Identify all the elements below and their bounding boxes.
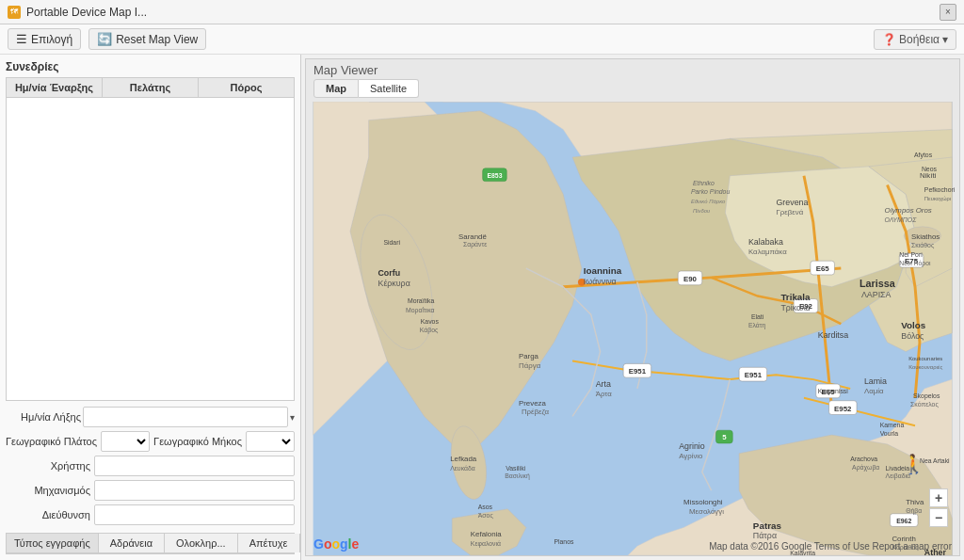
date-end-row: Ημ/νία Λήξης ▾	[6, 407, 295, 427]
sessions-title: Συνεδρίες	[6, 60, 295, 73]
svg-text:Agrinio: Agrinio	[679, 441, 705, 451]
svg-text:Afytos: Afytos	[914, 152, 933, 159]
map-viewer-title: Map Viewer	[306, 59, 959, 79]
svg-text:Ioannina: Ioannina	[584, 265, 622, 276]
svg-text:Trikala: Trikala	[780, 292, 811, 302]
mechanism-input[interactable]	[94, 480, 295, 501]
svg-text:Βασιλική: Βασιλική	[505, 472, 530, 480]
geo-lon-select[interactable]	[246, 431, 295, 452]
map-button[interactable]: Map	[313, 79, 359, 98]
help-icon: ❓	[882, 33, 896, 46]
svg-text:E951: E951	[629, 367, 647, 376]
table-header: Ημ/νία Έναρξης Πελάτης Πόρος	[7, 78, 294, 98]
date-dropdown-icon[interactable]: ▾	[290, 412, 295, 423]
svg-text:E65: E65	[816, 264, 830, 273]
zoom-controls: + −	[929, 488, 948, 527]
svg-text:Parga: Parga	[519, 352, 539, 360]
table-body	[7, 98, 294, 395]
svg-text:Εθνικό Πάρκο: Εθνικό Πάρκο	[691, 199, 726, 204]
map-footer: Google	[313, 536, 359, 552]
date-end-label: Ημ/νία Λήξης	[6, 411, 81, 423]
tab-failed[interactable]: Απέτυχε	[238, 534, 300, 552]
type-label: Τύπος εγγραφής	[7, 534, 99, 552]
svg-text:Nikíti: Nikíti	[920, 171, 937, 180]
svg-text:Karditsa: Karditsa	[818, 330, 849, 340]
user-label: Χρήστης	[6, 460, 90, 472]
main-content: Συνεδρίες Ημ/νία Έναρξης Πελάτης Πόρος Η…	[0, 55, 964, 560]
pegman-icon[interactable]: 🚶	[902, 453, 925, 475]
svg-text:Sarandë: Sarandë	[458, 232, 487, 241]
date-end-input[interactable]	[83, 407, 288, 427]
svg-text:E962: E962	[896, 518, 911, 524]
svg-text:Ιωάννινα: Ιωάννινα	[584, 277, 617, 286]
svg-text:Koukounaries: Koukounaries	[908, 356, 942, 361]
help-button[interactable]: ❓ Βοήθεια ▾	[874, 29, 956, 50]
svg-text:Πευκοχώρι: Πευκοχώρι	[924, 196, 952, 201]
svg-text:Nei Pori: Nei Pori	[899, 251, 923, 258]
svg-text:Αράχωβα: Αράχωβα	[852, 464, 879, 472]
map-svg: E90 E65 E75 E92 E951 E951 E952	[306, 102, 959, 555]
svg-text:Λευκάδα: Λευκάδα	[450, 465, 475, 472]
svg-text:Κέρκυρα: Κέρκυρα	[378, 279, 410, 288]
svg-text:E90: E90	[683, 275, 698, 283]
svg-text:Missolonghi: Missolonghi	[683, 498, 723, 506]
satellite-button[interactable]: Satellite	[359, 79, 419, 98]
svg-text:Kavos: Kavos	[421, 318, 440, 325]
svg-text:Kalabaka: Kalabaka	[748, 237, 783, 247]
svg-text:Γρεβενά: Γρεβενά	[776, 208, 803, 216]
svg-text:Τρίκαλα: Τρίκαλα	[780, 303, 810, 312]
svg-text:5: 5	[722, 433, 727, 441]
svg-text:Skopelos: Skopelos	[913, 392, 940, 400]
svg-text:Μεσολόγγι: Μεσολόγγι	[689, 507, 724, 516]
svg-text:Πρέβεζα: Πρέβεζα	[522, 408, 550, 416]
select-button[interactable]: ☰ Επιλογή	[8, 28, 81, 50]
svg-text:Lefkada: Lefkada	[450, 455, 477, 463]
svg-text:Λαμία: Λαμία	[864, 387, 884, 395]
svg-text:Lamia: Lamia	[864, 376, 887, 386]
svg-text:Skiathos: Skiathos	[911, 232, 940, 241]
close-button[interactable]: ×	[940, 4, 956, 21]
title-bar-text: 🗺 Portable Device Map I...	[8, 6, 940, 19]
svg-text:Ethniko: Ethniko	[693, 180, 715, 186]
address-input[interactable]	[94, 504, 295, 525]
toolbar-right: ❓ Βοήθεια ▾	[874, 29, 956, 50]
tab-inactive[interactable]: Αδράνεια	[99, 534, 165, 552]
toolbar-left: ☰ Επιλογή 🔄 Reset Map View	[8, 28, 206, 50]
user-row: Χρήστης	[6, 456, 295, 476]
address-row: Διεύθυνση	[6, 504, 295, 525]
svg-text:Grevena: Grevena	[776, 198, 808, 207]
svg-text:Olympos Oros: Olympos Oros	[885, 206, 932, 215]
svg-text:Parko Pindou: Parko Pindou	[691, 188, 730, 195]
svg-text:Κουκουναριές: Κουκουναριές	[908, 364, 942, 370]
left-panel: Συνεδρίες Ημ/νία Έναρξης Πελάτης Πόρος Η…	[0, 55, 301, 560]
svg-text:Κεφαλονιά: Κεφαλονιά	[471, 540, 501, 548]
svg-text:Σκιάθος: Σκιάθος	[911, 242, 935, 249]
svg-text:E952: E952	[834, 405, 852, 413]
title-bar: 🗺 Portable Device Map I... ×	[0, 0, 964, 24]
geo-lon-label: Γεωγραφικό Μήκος	[153, 436, 242, 447]
svg-text:Vourla: Vourla	[880, 430, 899, 437]
help-dropdown-icon: ▾	[942, 33, 948, 46]
svg-text:Καλαμπάκα: Καλαμπάκα	[748, 248, 787, 256]
svg-text:Θήβα: Θήβα	[906, 507, 922, 515]
svg-text:ΛΑΡΙΣΑ: ΛΑΡΙΣΑ	[861, 290, 892, 299]
app-icon: 🗺	[8, 6, 21, 19]
user-input[interactable]	[94, 456, 295, 476]
reset-map-button[interactable]: 🔄 Reset Map View	[88, 28, 206, 50]
svg-text:E853: E853	[487, 172, 502, 179]
col-date-start: Ημ/νία Έναρξης	[7, 78, 103, 97]
google-logo: Google	[313, 536, 359, 552]
select-icon: ☰	[16, 32, 27, 46]
svg-text:Arta: Arta	[596, 379, 611, 389]
zoom-out-button[interactable]: −	[929, 508, 948, 527]
geo-lat-select[interactable]	[101, 431, 150, 452]
map-area[interactable]: E90 E65 E75 E92 E951 E951 E952	[306, 102, 959, 555]
map-attribution: Map data ©2016 Google Terms of Use Repor…	[709, 541, 952, 552]
svg-text:Thiva: Thiva	[906, 498, 924, 506]
form-section: Ημ/νία Λήξης ▾ Γεωγραφικό Πλάτος Γεωγραφ…	[6, 407, 295, 525]
help-label: Βοήθεια	[899, 33, 940, 46]
tab-complete[interactable]: Ολοκληρ...	[165, 534, 238, 552]
svg-text:Corfu: Corfu	[378, 268, 400, 278]
zoom-in-button[interactable]: +	[929, 488, 948, 507]
svg-text:Karpenissi: Karpenissi	[818, 388, 849, 395]
